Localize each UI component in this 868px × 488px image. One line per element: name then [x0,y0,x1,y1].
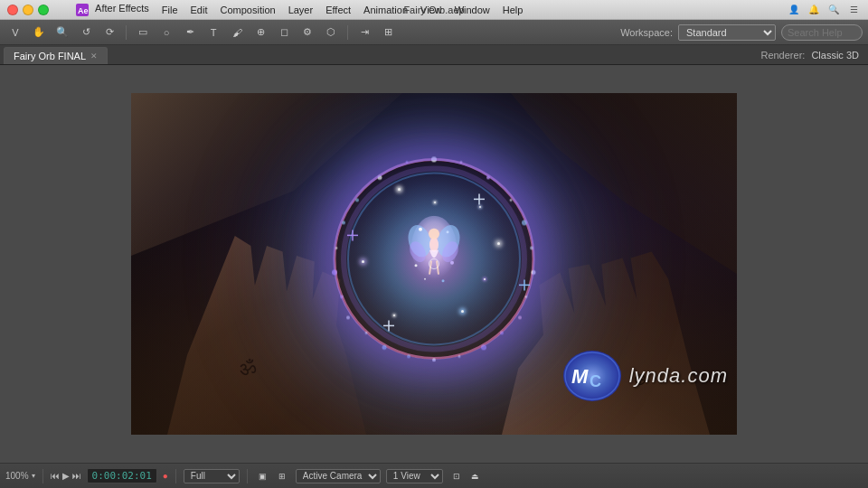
tool-snapping[interactable]: ⊞ [378,23,398,42]
next-frame-icon[interactable]: ⏭ [72,471,81,481]
time-display[interactable]: 0:00:02:01 [87,468,157,483]
toolbar: V ✋ 🔍 ↺ ⟳ ▭ ○ ✒ T 🖌 ⊕ ◻ ⚙ ⬡ ⇥ ⊞ Workspac… [0,20,868,45]
tool-mask-ellipse[interactable]: ○ [156,23,176,42]
fairy-figure-container [407,216,461,299]
status-bar: 100% ▾ ⏮ ▶ ⏭ 0:00:02:01 ● Full Half Quar… [0,463,868,488]
title-bar-controls: 👤 🔔 🔍 ☰ [787,3,861,17]
svg-point-43 [429,238,439,252]
tool-clone[interactable]: ⊕ [250,23,270,42]
status-sep-3 [247,469,248,483]
zoom-control[interactable]: 100% ▾ [5,471,35,481]
search-icon[interactable]: 🔍 [826,3,841,17]
menu-icon[interactable]: ☰ [846,3,861,17]
view-layout-dropdown[interactable]: 1 View 2 Views 4 Views [386,469,443,483]
menu-file[interactable]: File [156,3,184,17]
svg-point-47 [419,228,422,231]
zoom-dropdown-icon[interactable]: ▾ [32,472,35,480]
comp-tab-name: Fairy Orb FINAL [14,51,86,61]
record-icon: ● [163,471,168,481]
watermark-area: M C lynda.com [561,349,728,403]
renderer-label: Renderer: [760,50,805,61]
preview-controls: ⏮ ▶ ⏭ [51,471,81,481]
tool-hand[interactable]: ✋ [29,23,49,42]
menu-help[interactable]: Help [497,3,529,17]
svg-point-50 [450,261,454,265]
menu-after-effects[interactable]: Ae After Effects [71,1,155,17]
status-sep-2 [175,469,176,483]
comp-tab-fairy-orb[interactable]: Fairy Orb FINAL ✕ [4,47,108,64]
maximize-button[interactable] [38,5,49,15]
toolbar-separator-1 [126,25,127,40]
view-buttons: ▣ ⊞ [255,467,290,485]
menu-effect[interactable]: Effect [320,3,356,17]
menu-edit[interactable]: Edit [185,3,213,17]
renderer-value: Classic 3D [811,50,859,61]
user-icon: 👤 [787,3,801,17]
svg-text:M: M [571,365,589,388]
traffic-lights [0,5,49,15]
tool-text[interactable]: T [203,23,223,42]
svg-point-14 [346,315,350,319]
minimize-button[interactable] [23,5,33,15]
render-queue-button[interactable]: ⏏ [467,467,484,485]
svg-text:C: C [590,372,601,390]
svg-point-48 [447,230,449,233]
tool-pen[interactable]: ✒ [180,23,200,42]
menu-composition[interactable]: Composition [214,3,280,17]
mc-logo: M C [561,349,624,403]
tool-zoom[interactable]: 🔍 [52,23,72,42]
tool-roto[interactable]: ⚙ [297,23,317,42]
play-button[interactable]: ▶ [62,471,70,481]
zoom-value: 100% [5,471,29,481]
fast-preview-button[interactable]: ▣ [255,467,271,485]
svg-point-49 [415,264,418,267]
renderer-info: Renderer: Classic 3D [760,50,868,61]
main-composition-area: ॐ ⊕ [0,65,868,463]
svg-text:Ae: Ae [78,6,89,15]
status-sep-1 [42,469,43,483]
comp-flow-button[interactable]: ⊡ [448,467,465,485]
quality-dropdown[interactable]: Full Half Quarter [184,469,240,483]
close-button[interactable] [7,5,18,15]
workspace-dropdown[interactable]: Standard Minimal Motion Tracking [678,24,776,41]
tool-puppet[interactable]: ⬡ [321,23,341,42]
tool-eraser[interactable]: ◻ [274,23,294,42]
svg-point-52 [442,279,445,282]
notification-icon: 🔔 [807,3,821,17]
tool-orbit[interactable]: ⟳ [99,23,119,42]
svg-point-51 [424,278,426,280]
prev-frame-icon[interactable]: ⏮ [51,471,60,481]
tool-select[interactable]: V [5,23,25,42]
comp-tab-bar: Fairy Orb FINAL ✕ Renderer: Classic 3D [0,45,868,65]
search-input[interactable] [781,24,863,41]
svg-point-10 [518,315,522,319]
comp-viewer[interactable]: ॐ ⊕ [131,93,737,435]
tool-align[interactable]: ⇥ [354,23,374,42]
title-bar: Ae After Effects File Edit Composition L… [0,0,868,20]
workspace-controls: Workspace: Standard Minimal Motion Track… [620,24,863,41]
lynda-brand: lynda.com [629,364,728,388]
toolbar-separator-2 [347,25,348,40]
fairy-svg [407,216,461,297]
svg-point-44 [429,229,439,239]
svg-point-18 [460,161,463,164]
comp-tab-close-icon[interactable]: ✕ [90,52,98,61]
camera-dropdown[interactable]: Active Camera Front Top [296,469,381,483]
time-display-container[interactable]: 0:00:02:01 [87,468,157,483]
window-title: Fairy Orb.aep [403,5,464,15]
tool-paint[interactable]: 🖌 [227,23,247,42]
toggle-transparency[interactable]: ⊞ [274,467,290,485]
tool-mask-rect[interactable]: ▭ [133,23,153,42]
extra-controls: ⊡ ⏏ [448,467,484,485]
workspace-label: Workspace: [620,27,673,38]
tool-rotate[interactable]: ↺ [76,23,96,42]
record-button[interactable]: ● [163,471,168,481]
app-icon: Ae [76,3,91,14]
menu-layer[interactable]: Layer [283,3,319,17]
